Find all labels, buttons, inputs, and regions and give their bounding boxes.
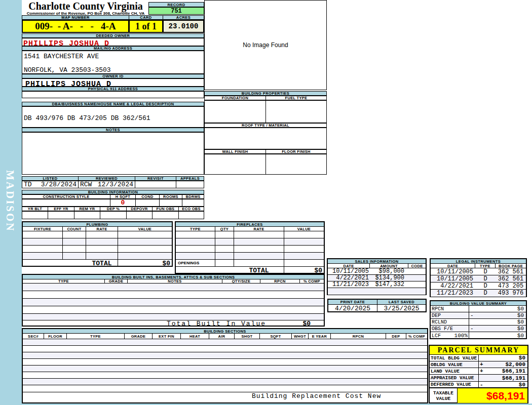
col-sec: SEC# [23, 334, 44, 339]
revisit-label: REVISIT [135, 176, 176, 181]
no-image-text: No Image Found [243, 42, 288, 49]
vs-op [469, 332, 477, 339]
revisit-value [135, 181, 176, 188]
reviewed-date: 12/3/2024 [98, 181, 133, 188]
vs-op: - [469, 312, 477, 318]
parcel-value: $0 [487, 355, 527, 361]
col-grade: GRADE [125, 334, 153, 339]
fireplaces-total-label: TOTAL [234, 267, 284, 274]
empty-cell [63, 238, 86, 245]
openings-label: OPENINGS [176, 260, 215, 266]
built-ins-total-value: $0 [266, 320, 324, 327]
fuel-type-label: FUEL TYPE [265, 96, 327, 100]
record-value: 751 [148, 7, 204, 15]
plumbing-header-row: FIXTURE COUNT RATE VALUE [23, 227, 172, 231]
col-date: DATE [431, 264, 475, 268]
col-pct-comp: % COMP [300, 279, 324, 283]
parcel-value: $0 [487, 382, 527, 387]
appeals-label: APPEALS [176, 176, 204, 181]
notes-label: NOTES [22, 128, 204, 132]
legal-type: D [475, 268, 496, 275]
parcel-op: - [479, 382, 487, 387]
col-notes: NOTES [128, 279, 222, 283]
last-saved-label: LAST SAVED [377, 300, 426, 304]
owner-id-label: OWNER ID [22, 74, 204, 78]
legal-type: D [475, 290, 496, 297]
value-summary-row: DEP - $0 [431, 312, 526, 319]
vs-value: $0 [477, 312, 526, 318]
empty-cell [118, 231, 172, 238]
mailing-line2: NORFOLK, VA 23503-3503 [24, 66, 111, 74]
col-type: TYPE [67, 334, 125, 339]
plumbing-empty-row [23, 246, 172, 253]
col-pct-comp: % COMP [406, 334, 427, 339]
page-title: Charlotte County Virginia [23, 1, 148, 12]
print-date-label: PRINT DATE [328, 300, 377, 304]
empty-cell [234, 253, 284, 259]
sale-amount: $134,900 [370, 275, 408, 281]
legal-book-page: 362 561 [496, 275, 526, 282]
building-information-title: BUILDING INFORMATION [22, 190, 204, 194]
foundation-value [204, 100, 266, 123]
empty-cell [118, 253, 172, 259]
empty-cell [284, 246, 324, 252]
print-info-value-row: 4/20/2025 3/25/2025 [328, 305, 426, 312]
eco-obs-value [178, 211, 204, 219]
owner-id-box: PHILLIPS JOSHUA D [22, 78, 204, 87]
wall-finish-label: WALL FINISH [204, 149, 266, 154]
col-sqft: SQFT [260, 334, 292, 339]
record-label: RECORD [148, 2, 204, 7]
building-sections-footer-row: Building Replacement Cost New [23, 392, 427, 400]
vs-op: - [469, 326, 477, 332]
empty-cell [215, 238, 234, 245]
empty-cell [23, 231, 63, 238]
fireplaces-empty-row [176, 253, 324, 260]
sale-date [328, 288, 370, 295]
building-properties-title: BUILDING PROPERTIES [204, 91, 327, 96]
dba-label: DBA/BUISNESS NAME/HOUSE NAME & LEGAL DES… [22, 102, 204, 106]
vs-value: $0 [477, 326, 526, 332]
col-count: COUNT [63, 227, 86, 231]
reviewed-by: RCW [80, 181, 92, 188]
listed-date: 3/28/2024 [41, 181, 77, 188]
vs-label: RCLND [431, 319, 469, 325]
empty-cell [63, 253, 86, 259]
empty-cell [23, 253, 63, 259]
fireplaces-header-row: TYPE QTY RATE VALUE [176, 227, 324, 231]
reviewed-label: REVIEWED [78, 176, 135, 181]
dba-text: DB 493/976 DB 473/205 DB 362/561 [24, 114, 150, 122]
building-sections-empty-row [23, 346, 427, 352]
left-sidebar: MADISON [0, 0, 22, 405]
fireplaces-total-value: $0 [284, 267, 324, 274]
eff-yr-label: EFF YR [48, 207, 74, 211]
plumbing-table: PLUMBING FIXTURE COUNT RATE VALUE TOTAL … [22, 221, 173, 267]
taxable-value-row: TAXABLE VALUE $68,191 [430, 388, 527, 403]
property-record-card: { "colors": { "header_bar": "#b2d8e2", "… [0, 0, 532, 405]
empty-cell [176, 231, 215, 238]
plumbing-total-label: TOTAL [86, 260, 118, 267]
building-sections-title: BUILDING SECTIONS [23, 329, 427, 334]
col-rate: RATE [234, 227, 284, 231]
property-image-panel: No Image Found [204, 0, 327, 90]
legal-book-page: 493 976 [496, 290, 526, 297]
eco-obs-label: ECO OBS [178, 207, 204, 211]
building-sections-empty-row [23, 359, 427, 366]
fun-obs-value [152, 211, 179, 219]
sales-row: 11/21/2023 $147,332 [328, 281, 426, 288]
listed-label: LISTED [22, 176, 79, 181]
fireplaces-table: FIREPLACES TYPE QTY RATE VALUE OPENINGS … [175, 221, 325, 274]
fuel-type-value [265, 100, 327, 123]
roof-type-value [204, 128, 327, 149]
empty-cell [86, 238, 118, 245]
deeded-owner-label: DEEDED OWNER [22, 33, 204, 38]
col-value: VALUE [284, 227, 324, 231]
fireplaces-total-row: TOTAL $0 [176, 267, 324, 274]
building-value-summary-title: BUILDING VALUE SUMMARY [431, 301, 526, 306]
sales-row [328, 288, 426, 295]
h-sqft-text: 0 [121, 199, 125, 207]
vs-label: RPCN [431, 306, 469, 312]
empty-cell [176, 238, 215, 245]
fireplaces-empty-row [176, 246, 324, 253]
building-sections-empty-row [23, 385, 427, 392]
floor-finish-value [265, 154, 327, 175]
